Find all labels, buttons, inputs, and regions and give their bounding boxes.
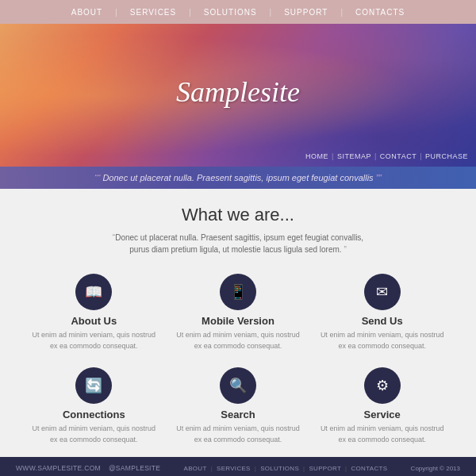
footer-copyright: Copyright © 2013 (411, 465, 460, 472)
footer-nav-support[interactable]: SUPPORT (309, 465, 341, 472)
nav-about[interactable]: ABOUT (59, 8, 115, 17)
quote-text: Donec ut placerat nulla. Praesent sagitt… (102, 173, 373, 182)
subnav-sep-1: | (332, 152, 334, 160)
footer-nav-services[interactable]: SERVICES (217, 465, 251, 472)
footer-sep-4: | (345, 465, 347, 472)
main-content: What we are... Donec ut placerat nulla. … (0, 189, 476, 457)
feature-item-5: ⚙ServiceUt enim ad minim veniam, quis no… (312, 363, 452, 449)
feature-item-2: ✉Send UsUt enim ad minim veniam, quis no… (312, 270, 452, 355)
feature-item-0: 📖About UsUt enim ad minim veniam, quis n… (24, 270, 164, 355)
subnav-sitemap[interactable]: SITEMAP (337, 152, 371, 160)
subnav-contact[interactable]: CONTACT (380, 152, 416, 160)
footer-sep-1: | (211, 465, 213, 472)
feature-item-1: 📱Mobile VersionUt enim ad minim veniam, … (168, 270, 309, 355)
feature-icon-2: ✉ (364, 274, 401, 310)
feature-label-2: Send Us (316, 315, 448, 327)
feature-icon-3: 🔄 (75, 367, 112, 404)
footer-left: WWW.SAMPLESITE.COM @SAMPLESITE (16, 464, 160, 472)
feature-desc-4: Ut enim ad minim veniam, quis nostrud ex… (172, 424, 305, 445)
main-heading: What we are... (24, 205, 452, 225)
feature-label-1: Mobile Version (172, 315, 305, 327)
hero-section: Samplesite HOME | SITEMAP | CONTACT | PU… (0, 24, 476, 167)
feature-desc-0: Ut enim ad minim veniam, quis nostrud ex… (28, 330, 160, 351)
nav-contacts[interactable]: CONTACTS (343, 8, 417, 17)
hero-title: Samplesite (176, 75, 300, 109)
subnav-sep-2: | (374, 152, 377, 160)
footer-social: @SAMPLESITE (109, 464, 160, 472)
footer-sep-3: | (303, 465, 305, 472)
subnav-purchase[interactable]: PURCHASE (425, 152, 468, 160)
subnav-sep-3: | (420, 152, 422, 160)
feature-desc-2: Ut enim ad minim veniam, quis nostrud ex… (316, 330, 448, 351)
quote-banner: Donec ut placerat nulla. Praesent sagitt… (0, 167, 476, 189)
feature-icon-4: 🔍 (220, 367, 256, 404)
nav-support[interactable]: SUPPORT (271, 8, 340, 17)
feature-desc-1: Ut enim ad minim veniam, quis nostrud ex… (172, 330, 305, 351)
footer-site: WWW.SAMPLESITE.COM (16, 464, 101, 472)
hero-subnav: HOME | SITEMAP | CONTACT | PURCHASE (305, 152, 468, 160)
footer-nav-solutions[interactable]: SOLUTIONS (260, 465, 299, 472)
feature-desc-5: Ut enim ad minim veniam, quis nostrud ex… (316, 424, 448, 445)
footer-sep-2: | (255, 465, 256, 472)
feature-label-4: Search (172, 409, 305, 420)
footer-nav-about[interactable]: ABOUT (184, 465, 207, 472)
feature-icon-5: ⚙ (364, 367, 401, 404)
features-grid: 📖About UsUt enim ad minim veniam, quis n… (24, 270, 452, 449)
nav-services[interactable]: SERVICES (117, 8, 189, 17)
feature-icon-1: 📱 (220, 274, 256, 310)
feature-label-5: Service (316, 409, 448, 420)
feature-item-4: 🔍SearchUt enim ad minim veniam, quis nos… (168, 363, 309, 449)
top-nav: ABOUT | SERVICES | SOLUTIONS | SUPPORT |… (0, 0, 476, 24)
feature-label-0: About Us (28, 315, 160, 327)
main-description: Donec ut placerat nulla. Praesent sagitt… (103, 232, 373, 255)
nav-solutions[interactable]: SOLUTIONS (191, 8, 270, 17)
subnav-home[interactable]: HOME (305, 152, 328, 160)
feature-item-3: 🔄ConnectionsUt enim ad minim veniam, qui… (24, 363, 164, 449)
footer-nav: ABOUT | SERVICES | SOLUTIONS | SUPPORT |… (184, 465, 388, 472)
feature-icon-0: 📖 (75, 274, 112, 310)
feature-label-3: Connections (28, 409, 160, 420)
footer: WWW.SAMPLESITE.COM @SAMPLESITE ABOUT | S… (0, 457, 476, 476)
feature-desc-3: Ut enim ad minim veniam, quis nostrud ex… (28, 424, 160, 445)
footer-nav-contacts[interactable]: CONTACTS (351, 465, 387, 472)
